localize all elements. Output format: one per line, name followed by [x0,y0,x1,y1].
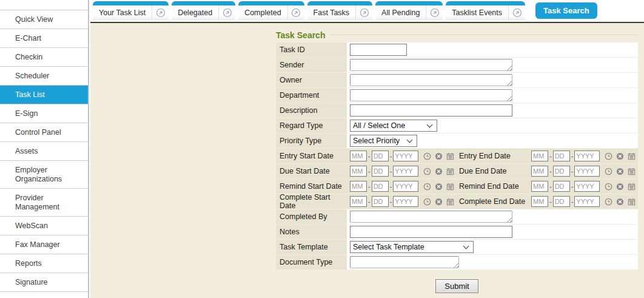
remind-end-day-input[interactable] [553,181,570,192]
priority-type-select[interactable]: Select Priority [350,135,417,147]
document-type-textarea[interactable] [350,256,459,268]
calendar-icon[interactable] [628,198,636,206]
calendar-icon[interactable] [628,152,636,160]
tab-label: Completed [238,8,287,17]
title-rule [330,35,638,35]
clear-icon[interactable] [616,168,624,175]
completed-by-textarea[interactable] [350,211,512,223]
complete-end-day-input[interactable] [553,196,570,207]
clear-icon[interactable] [435,183,443,191]
notes-input[interactable] [350,226,512,238]
due-end-year-input[interactable] [574,166,600,177]
tab-label: Task Search [543,6,589,15]
open-new-icon[interactable] [219,5,235,20]
tab-fast-tasks[interactable]: Fast Tasks [307,1,373,20]
tab-completed[interactable]: Completed [238,1,304,20]
due-end-month-input[interactable] [531,166,548,177]
regard-type-select[interactable]: All / Select One [350,120,437,132]
sidebar-item-e-sign[interactable]: E-Sign [0,104,88,123]
remind-start-day-input[interactable] [372,181,389,192]
complete-start-day-input[interactable] [372,196,389,207]
submit-button[interactable]: Submit [435,279,478,293]
open-new-icon[interactable] [152,5,169,20]
description-input[interactable] [350,104,512,117]
remind-start-month-input[interactable] [350,181,367,192]
calendar-icon[interactable] [446,168,454,175]
due-start-year-input[interactable] [393,166,418,177]
clock-icon[interactable] [605,152,612,160]
sidebar-divider [0,0,88,10]
sidebar-item-checkin[interactable]: Checkin [0,48,88,67]
tab-all-pending[interactable]: All Pending [375,1,443,20]
clock-icon[interactable] [423,183,431,191]
clock-icon[interactable] [423,152,431,160]
due-end-day-input[interactable] [553,166,570,177]
regard-type-row: Regard Type All / Select One [276,118,638,133]
sidebar-item-provider-management[interactable]: Provider Management [0,189,88,217]
department-textarea[interactable] [350,89,512,101]
description-label: Description [276,103,347,118]
due-start-month-input[interactable] [350,166,367,177]
entry-start-day-input[interactable] [372,151,389,161]
tab-accent-bar [93,1,169,5]
sidebar-item-task-list[interactable]: Task List [0,86,88,104]
tab-delegated[interactable]: Delegated [172,1,235,20]
calendar-icon[interactable] [628,183,636,191]
remind-start-year-input[interactable] [393,181,418,192]
sidebar-item-assets[interactable]: Assets [0,142,88,161]
clear-icon[interactable] [616,183,624,191]
clear-icon[interactable] [435,152,443,160]
task-template-select[interactable]: Select Task Template [350,241,474,253]
open-new-icon[interactable] [426,5,443,20]
clear-icon[interactable] [435,198,443,206]
sender-textarea[interactable] [350,59,512,71]
sidebar-item-fax-manager[interactable]: Fax Manager [0,235,88,254]
clock-icon[interactable] [605,198,612,206]
tab-task-search[interactable]: Task Search [535,2,597,19]
entry-end-month-input[interactable] [531,151,548,161]
calendar-icon[interactable] [628,168,636,175]
open-new-icon[interactable] [356,5,372,20]
remind-end-year-input[interactable] [574,181,600,192]
open-new-icon[interactable] [509,5,525,20]
sidebar-item-reports[interactable]: Reports [0,254,88,273]
calendar-icon[interactable] [446,198,454,206]
complete-end-year-input[interactable] [574,196,600,207]
sidebar-item-quick-view[interactable]: Quick View [0,10,88,29]
sender-row: Sender [276,58,638,72]
calendar-icon[interactable] [446,183,454,191]
sidebar-item-e-chart[interactable]: E-Chart [0,29,88,48]
tab-tasklist-events[interactable]: Tasklist Events [446,1,525,20]
clock-icon[interactable] [423,168,431,175]
complete-end-month-input[interactable] [531,196,548,207]
due-start-day-input[interactable] [372,166,389,177]
clear-icon[interactable] [616,152,624,160]
sidebar-item-control-panel[interactable]: Control Panel [0,123,88,142]
calendar-icon[interactable] [446,152,454,160]
date-dash: - [390,183,392,190]
entry-end-year-input[interactable] [574,151,600,161]
open-new-icon[interactable] [288,5,304,20]
entry-start-year-input[interactable] [393,151,418,161]
clock-icon[interactable] [605,168,612,175]
tab-your-task-list[interactable]: Your Task List [93,1,169,20]
entry-end-date-label: Entry End Date [457,152,528,160]
clear-icon[interactable] [616,198,624,206]
clock-icon[interactable] [605,183,612,191]
sidebar-item-logout[interactable]: Logout [0,292,88,298]
entry-start-month-input[interactable] [350,151,367,161]
complete-start-year-input[interactable] [393,196,418,207]
sidebar-item-signature[interactable]: Signature [0,273,88,292]
clock-icon[interactable] [423,198,431,206]
sidebar-item-employer-organizations[interactable]: Employer Organizations [0,161,88,189]
sidebar-item-webscan[interactable]: WebScan [0,217,88,235]
clear-icon[interactable] [435,168,443,175]
complete-start-month-input[interactable] [350,196,367,207]
sidebar-item-scheduler[interactable]: Scheduler [0,67,88,86]
task-id-input[interactable] [350,44,407,56]
entry-date-row: Entry Start Date -- Entry End Date -- [276,149,638,163]
entry-end-day-input[interactable] [553,151,570,161]
remind-end-month-input[interactable] [531,181,548,192]
tab-label: Your Task List [93,8,152,17]
owner-textarea[interactable] [350,74,512,86]
